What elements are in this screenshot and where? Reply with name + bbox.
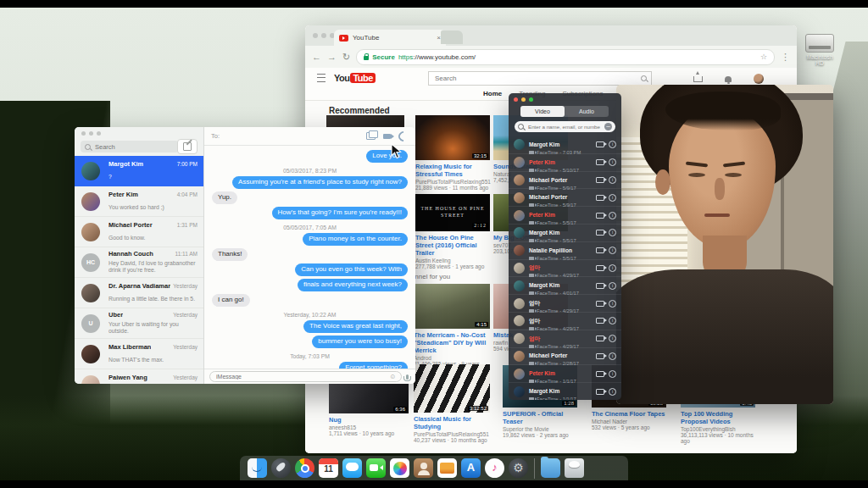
call-row[interactable]: Natalie Papillion FaceTime - 5/5/17 [509, 242, 621, 260]
info-icon[interactable] [609, 352, 616, 360]
info-icon[interactable] [609, 176, 616, 184]
address-bar[interactable]: Secure https://www.youtube.com/ ☆ [356, 49, 775, 65]
call-video-icon[interactable] [596, 177, 604, 183]
call-row[interactable]: Peter Kim FaceTime - 1/1/17 [509, 365, 621, 383]
screen-share-icon[interactable] [366, 132, 376, 140]
search-icon[interactable] [641, 75, 647, 81]
dock-finder-icon[interactable] [248, 458, 267, 478]
dock-app-store-icon[interactable] [461, 458, 481, 478]
call-video-icon[interactable] [596, 301, 604, 307]
upload-icon[interactable] [693, 76, 703, 82]
call-video-icon[interactable] [596, 141, 604, 147]
video-card[interactable]: 4:15 The Merricam - No-Cost "Steadicam" … [414, 284, 490, 373]
conversation-row[interactable]: Margot Kim 7:00 PM ? [75, 156, 203, 186]
info-icon[interactable] [609, 141, 616, 148]
account-avatar[interactable] [754, 74, 764, 84]
call-video-icon[interactable] [596, 159, 604, 165]
tab-audio[interactable]: Audio [565, 106, 609, 117]
call-row[interactable]: Margot Kim FaceTime - 7:03 PM [509, 136, 621, 154]
video-card[interactable]: 3:12:52 Classical Music for Studying Pur… [414, 364, 490, 443]
info-icon[interactable] [609, 335, 616, 342]
call-row[interactable]: Margot Kim FaceTime - 1/1/17 [509, 383, 621, 400]
info-icon[interactable] [609, 300, 616, 308]
dock-launchpad-icon[interactable] [271, 458, 291, 478]
call-video-icon[interactable] [596, 195, 604, 201]
dock-calendar-icon[interactable]: 11 [319, 458, 338, 478]
facetime-video-icon[interactable] [383, 134, 391, 139]
imessage-input[interactable] [214, 373, 389, 380]
info-icon[interactable] [609, 264, 616, 272]
info-icon[interactable] [609, 212, 616, 219]
tab-video[interactable]: Video [520, 106, 565, 117]
youtube-search-input[interactable] [433, 74, 641, 83]
call-video-icon[interactable] [596, 336, 604, 341]
dock-facetime-icon[interactable] [366, 458, 386, 478]
call-video-icon[interactable] [596, 371, 604, 377]
dock-photos-icon[interactable] [390, 458, 409, 478]
emoji-icon[interactable]: ☺ [389, 374, 396, 380]
messages-search-box[interactable] [81, 141, 179, 152]
new-tab-button[interactable] [441, 30, 463, 44]
info-icon[interactable] [609, 317, 616, 324]
call-video-icon[interactable] [596, 265, 604, 271]
call-row[interactable]: Michael Porter FaceTime - 2/28/17 [509, 348, 621, 366]
call-row[interactable]: 엄마 FaceTime - 4/29/17 [509, 260, 621, 278]
youtube-logo[interactable]: YouTube [334, 73, 376, 83]
call-row[interactable]: 엄마 FaceTime - 4/29/17 [509, 313, 621, 330]
youtube-search-box[interactable] [428, 71, 652, 86]
conversation-row[interactable]: U Uber Yesterday Your Uber is waiting fo… [75, 308, 203, 339]
conversation-row[interactable]: Peter Kim 4:04 PM You worked so hard ;) [75, 186, 203, 217]
dock-downloads-folder-icon[interactable] [541, 458, 560, 478]
dock-trash-icon[interactable] [565, 458, 584, 478]
conversation-row[interactable]: HC Hannah Couch 11:11 AM Hey David, I'd … [75, 247, 203, 278]
microphone-icon[interactable] [406, 374, 409, 380]
call-row[interactable]: Michael Porter FaceTime - 5/9/17 [509, 172, 621, 190]
video-card[interactable]: THE HOUSE ON PINE STREET 2:12 The House … [415, 194, 490, 269]
messages-window-controls[interactable] [81, 131, 101, 136]
dock-preview-icon[interactable] [437, 458, 457, 478]
forward-icon[interactable]: → [327, 53, 337, 62]
facetime-search-box[interactable]: – [515, 121, 615, 132]
bookmark-star-icon[interactable]: ☆ [760, 53, 767, 61]
info-icon[interactable] [609, 282, 616, 290]
imessage-field[interactable]: ☺ [209, 371, 402, 382]
dock-contacts-icon[interactable] [414, 458, 433, 478]
call-video-icon[interactable] [596, 283, 604, 289]
call-video-icon[interactable] [596, 213, 604, 219]
browser-tab[interactable]: YouTube × [334, 30, 446, 46]
browser-menu-icon[interactable]: ⋮ [781, 53, 790, 62]
call-row[interactable]: Peter Kim FaceTime - 5/5/17 [509, 207, 621, 225]
info-icon[interactable] [609, 388, 616, 396]
conversation-row[interactable]: Dr. Aparna Vadiamani Yesterday Running a… [75, 278, 203, 308]
call-row[interactable]: Margot Kim FaceTime - 4/01/17 [509, 277, 621, 295]
call-video-icon[interactable] [596, 318, 604, 324]
call-row[interactable]: Michael Porter FaceTime - 5/9/17 [509, 189, 621, 207]
call-video-icon[interactable] [596, 389, 604, 395]
dock-messages-icon[interactable] [342, 458, 362, 478]
info-icon[interactable] [609, 247, 616, 254]
call-row[interactable]: 엄마 FaceTime - 4/29/17 [509, 330, 621, 348]
info-icon[interactable] [609, 194, 616, 202]
video-card[interactable]: 32:15 Relaxing Music for Stressful Times… [415, 115, 490, 191]
compose-button[interactable] [177, 139, 198, 154]
facetime-window-controls[interactable] [514, 97, 533, 102]
conversation-row[interactable]: Michael Porter 1:31 PM Good to know. [75, 217, 203, 247]
call-video-icon[interactable] [596, 230, 604, 236]
dock-chrome-icon[interactable] [295, 458, 314, 478]
call-video-icon[interactable] [596, 353, 604, 359]
reload-icon[interactable]: ↻ [342, 53, 350, 62]
messages-search-input[interactable] [93, 142, 164, 152]
info-icon[interactable] [609, 229, 616, 236]
dock-itunes-icon[interactable] [485, 458, 504, 478]
call-video-icon[interactable] [596, 247, 604, 253]
facetime-search-input[interactable] [526, 123, 602, 130]
macintosh-hd-icon[interactable]: Macintosh HD [804, 34, 836, 66]
info-icon[interactable] [609, 158, 616, 166]
info-icon[interactable] [609, 370, 616, 378]
notifications-bell-icon[interactable] [725, 76, 732, 82]
back-icon[interactable]: ← [312, 53, 321, 62]
call-row[interactable]: Margot Kim FaceTime - 5/5/17 [509, 225, 621, 242]
hamburger-menu-icon[interactable] [317, 74, 326, 82]
call-row[interactable]: Peter Kim FaceTime - 5/10/17 [509, 154, 621, 172]
dock-system-preferences-icon[interactable] [509, 458, 528, 478]
